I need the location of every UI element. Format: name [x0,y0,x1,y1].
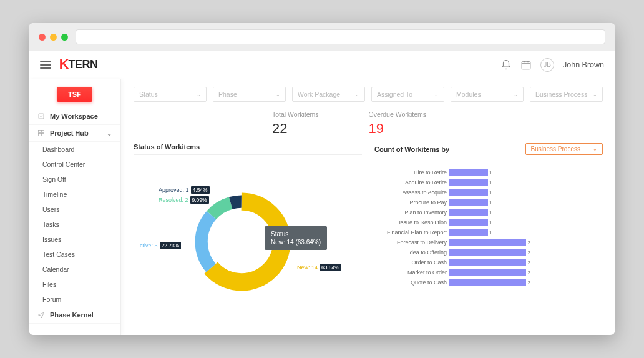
bar-label: Procure to Pay [374,199,449,206]
sidebar-subitem[interactable]: Calendar [29,262,120,277]
traffic-lights [39,34,68,41]
bar-track: 1 [449,199,603,206]
bar-fill [449,209,488,216]
chevron-down-icon: ⌄ [197,92,201,97]
menu-icon[interactable] [40,61,51,69]
filter-select[interactable]: Status⌄ [134,87,207,102]
bar-row: Issue to Resolution1 [374,218,603,227]
user-name: John Brown [563,61,604,69]
filter-select[interactable]: Modules⌄ [451,87,524,102]
sidebar-label: Project Hub [50,129,89,137]
sidebar-subitem[interactable]: Control Center [29,157,120,172]
sidebar-subitem[interactable]: Dashboard [29,142,120,157]
app: K TERN JB John Brown TSF My Workspace [29,51,615,335]
bar-track: 1 [449,209,603,216]
bar-fill [449,169,488,176]
filter-select[interactable]: Phase⌄ [213,87,286,102]
donut-label-approved: Approved: 1 4.54% [159,186,210,194]
sidebar-label: Phase Kernel [50,311,94,319]
sidebar-item-phase-kernel[interactable]: Phase Kernel [29,307,120,324]
chevron-down-icon: ⌄ [434,92,439,97]
bar-track: 1 [449,169,603,176]
filter-row: Status⌄Phase⌄Work Package⌄Assigned To⌄Mo… [134,87,603,102]
filter-select[interactable]: Business Process⌄ [530,87,603,102]
sidebar-subitem[interactable]: Users [29,202,120,217]
bar-label: Idea to Offering [374,249,449,256]
svg-rect-3 [42,131,44,133]
topbar: K TERN JB John Brown [29,51,615,79]
bar-label: Acquire to Retire [374,179,449,186]
filter-select[interactable]: Assigned To⌄ [371,87,444,102]
logo-text: TERN [69,58,98,71]
bar-value: 1 [489,180,492,186]
bar-track: 1 [449,179,603,186]
panel-head: Status of Workitems [134,143,362,155]
bar-row: Hire to Retire1 [374,168,603,177]
bar-value: 2 [527,260,530,266]
sidebar-item-project-hub[interactable]: Project Hub ⌄ [29,125,120,142]
donut-label-resolved: Resolved: 2 9.09% [159,196,209,204]
bar-fill [449,199,488,206]
bar-row: Acquire to Retire1 [374,178,603,187]
calendar-icon[interactable] [520,59,532,71]
bar-label: Forecast to Delivery [374,239,449,246]
bar-label: Hire to Retire [374,169,449,176]
url-bar[interactable] [76,29,605,44]
body: TSF My Workspace Project Hub ⌄ Dashboard… [29,79,615,335]
bar-label: Assess to Acquire [374,189,449,196]
stat-overdue: Overdue Workitems 19 [369,111,427,137]
bell-icon[interactable] [500,59,512,71]
bar-value: 1 [489,190,492,196]
bar-value: 2 [527,250,530,256]
browser-window: K TERN JB John Brown TSF My Workspace [29,23,615,335]
bar-value: 2 [527,240,530,246]
bar-track: 2 [449,279,603,286]
chevron-down-icon: ⌄ [593,146,597,152]
bar-value: 1 [489,170,492,176]
stat-value: 22 [272,121,319,137]
bar-fill [449,239,526,246]
bar-fill [449,219,488,226]
sidebar-subitem[interactable]: Files [29,277,120,292]
sidebar-subitem[interactable]: Test Cases [29,247,120,262]
sidebar-subitem[interactable]: Forum [29,292,120,307]
bar-label: Issue to Resolution [374,219,449,226]
chevron-down-icon: ⌄ [355,92,359,97]
sidebar-item-workspace[interactable]: My Workspace [29,108,120,125]
bar-row: Quote to Cash2 [374,278,603,287]
bar-row: Procure to Pay1 [374,198,603,207]
stat-value: 19 [369,121,427,137]
bar-fill [449,179,488,186]
workspace-icon [37,112,45,120]
stat-label: Total Workitems [272,111,319,118]
bar-fill [449,279,526,286]
filter-select[interactable]: Work Package⌄ [292,87,365,102]
bar-value: 1 [489,200,492,206]
minimize-window-icon[interactable] [50,34,57,41]
count-by-select[interactable]: Business Process ⌄ [525,143,603,155]
avatar[interactable]: JB [540,58,554,72]
bar-track: 1 [449,189,603,196]
bar-fill [449,189,488,196]
bar-row: Order to Cash2 [374,258,603,267]
bar-label: Order to Cash [374,259,449,266]
sidebar-subitem[interactable]: Tasks [29,217,120,232]
tsf-button[interactable]: TSF [57,87,92,102]
panels: Status of Workitems Approved: 1 [134,143,603,320]
logo: K TERN [60,58,98,71]
bar-track: 2 [449,269,603,276]
chevron-down-icon: ⌄ [514,92,518,97]
sidebar-subitem[interactable]: Sign Off [29,172,120,187]
bar-row: Idea to Offering2 [374,248,603,257]
bar-row: Forecast to Delivery2 [374,238,603,247]
bar-track: 1 [449,229,603,236]
stats: Total Workitems 22 Overdue Workitems 19 [272,111,603,137]
bar-label: Plan to Inventory [374,209,449,216]
sidebar-subitem[interactable]: Issues [29,232,120,247]
sidebar-subitem[interactable]: Timeline [29,187,120,202]
maximize-window-icon[interactable] [61,34,68,41]
bar-value: 1 [489,230,492,236]
bar-fill [449,249,526,256]
bar-label: Quote to Cash [374,279,449,286]
close-window-icon[interactable] [39,34,46,41]
